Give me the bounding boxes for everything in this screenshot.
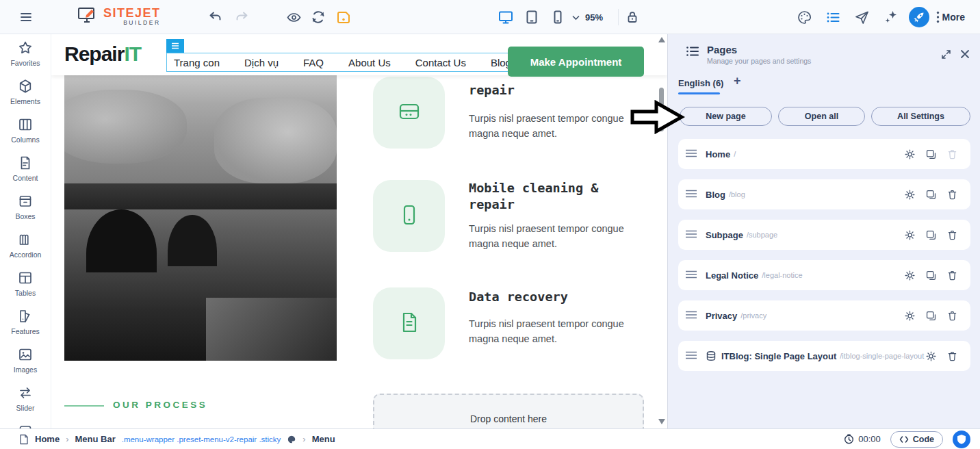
- drag-handle-icon[interactable]: [685, 148, 697, 160]
- page-settings-gear-icon[interactable]: [903, 148, 916, 160]
- delete-page-icon[interactable]: [946, 350, 958, 362]
- page-settings-gear-icon[interactable]: [925, 350, 937, 362]
- page-settings-gear-icon[interactable]: [903, 188, 916, 201]
- hero-photo[interactable]: [64, 75, 337, 361]
- breadcrumb-child[interactable]: Menu: [312, 434, 335, 444]
- nav-link[interactable]: Contact Us: [415, 57, 466, 68]
- help-badge[interactable]: [953, 431, 970, 448]
- sidebar-item-partial[interactable]: [0, 418, 51, 428]
- drag-handle-icon[interactable]: [685, 309, 697, 322]
- refresh-icon[interactable]: [307, 6, 329, 28]
- element-sidebar: Favorites Elements Columns Content Boxes…: [0, 34, 51, 428]
- zoom-control[interactable]: 95%: [572, 0, 603, 34]
- page-settings-gear-icon[interactable]: [903, 309, 916, 322]
- accordion-icon: [17, 231, 34, 248]
- sidebar-item-tables[interactable]: Tables: [0, 264, 51, 303]
- breadcrumb-css-classes[interactable]: .menu-wrapper .preset-menu-v2-repair .st…: [122, 435, 281, 444]
- scroll-down-arrow[interactable]: [658, 419, 665, 424]
- page-name[interactable]: Privacy: [706, 311, 737, 321]
- desktop-view-icon[interactable]: [495, 6, 517, 28]
- design-palette-icon[interactable]: [794, 6, 816, 28]
- ai-sparkles-icon[interactable]: [880, 6, 902, 28]
- element-style-icon[interactable]: [287, 435, 296, 444]
- delete-page-icon[interactable]: [946, 188, 958, 201]
- make-appointment-button[interactable]: Make Appointment: [508, 47, 644, 77]
- close-panel-icon[interactable]: [959, 48, 971, 60]
- page-name[interactable]: Subpage: [706, 230, 743, 240]
- rocket-badge[interactable]: [909, 7, 929, 27]
- service-title[interactable]: Mobile cleaning & repair: [469, 180, 644, 213]
- pages-list-icon[interactable]: [823, 6, 844, 28]
- site-logo[interactable]: RepairIT: [64, 42, 141, 66]
- panel-action-button[interactable]: Open all: [778, 107, 865, 126]
- page-row[interactable]: ITBlog: Single Page Layout /itblog-singl…: [678, 341, 970, 371]
- drag-handle-icon[interactable]: [685, 350, 697, 362]
- code-button[interactable]: Code: [890, 431, 943, 448]
- drag-handle-icon[interactable]: [685, 188, 697, 201]
- delete-page-icon[interactable]: [946, 148, 958, 160]
- sidebar-item-slider[interactable]: Slider: [0, 379, 51, 418]
- nav-link[interactable]: Dịch vụ: [244, 57, 279, 68]
- redo-icon[interactable]: [231, 6, 253, 28]
- drag-handle-icon[interactable]: [685, 269, 697, 281]
- page-row[interactable]: Legal Notice /legal-notice: [678, 260, 970, 290]
- page-row[interactable]: Privacy /privacy: [678, 300, 970, 331]
- page-name[interactable]: ITBlog: Single Page Layout: [721, 351, 836, 361]
- expand-panel-icon[interactable]: [940, 48, 952, 60]
- duplicate-page-icon[interactable]: [925, 269, 937, 281]
- duplicate-page-icon[interactable]: [925, 188, 937, 201]
- sidebar-item-favorites[interactable]: Favorites: [0, 34, 51, 73]
- page-settings-gear-icon[interactable]: [903, 269, 916, 281]
- undo-icon[interactable]: [205, 6, 227, 28]
- sidebar-item-accordion[interactable]: Accordion: [0, 226, 51, 264]
- save-icon[interactable]: [332, 6, 354, 28]
- tablet-view-icon[interactable]: [521, 6, 543, 28]
- delete-page-icon[interactable]: [946, 269, 958, 281]
- page-slug: /privacy: [740, 311, 766, 320]
- lock-icon[interactable]: [621, 6, 643, 28]
- main-menu-icon[interactable]: [15, 6, 37, 28]
- service-description[interactable]: Turpis nisl praesent tempor congue magna…: [469, 221, 640, 251]
- sidebar-item-images[interactable]: Images: [0, 341, 51, 379]
- nav-link[interactable]: FAQ: [303, 57, 324, 68]
- breadcrumb-home[interactable]: Home: [35, 434, 60, 444]
- sidebar-item-content[interactable]: Content: [0, 149, 51, 188]
- canvas-scrollbar[interactable]: [657, 34, 666, 428]
- sidebar-item-columns[interactable]: Columns: [0, 111, 51, 149]
- service-title[interactable]: repair: [469, 82, 515, 99]
- page-name[interactable]: Legal Notice: [706, 270, 758, 281]
- page-row[interactable]: Home /: [678, 139, 970, 169]
- service-title[interactable]: Data recovery: [469, 289, 568, 305]
- sidebar-item-elements[interactable]: Elements: [0, 73, 51, 111]
- drag-handle-icon[interactable]: [685, 229, 697, 241]
- scroll-up-arrow[interactable]: [658, 37, 665, 42]
- drop-content-zone[interactable]: Drop content here: [373, 394, 644, 428]
- panel-action-button[interactable]: New page: [680, 107, 772, 126]
- add-language-button[interactable]: +: [734, 74, 741, 88]
- mobile-view-icon[interactable]: [547, 6, 569, 28]
- tab-english[interactable]: English (6): [678, 74, 723, 94]
- preview-eye-icon[interactable]: [283, 6, 305, 28]
- page-name[interactable]: Home: [706, 149, 730, 159]
- duplicate-page-icon[interactable]: [925, 309, 937, 322]
- menu-handle-icon: [171, 42, 179, 49]
- duplicate-page-icon[interactable]: [925, 148, 937, 160]
- more-menu-button[interactable]: More: [936, 11, 965, 23]
- delete-page-icon[interactable]: [946, 229, 958, 241]
- page-row[interactable]: Blog /blog: [678, 179, 970, 209]
- selected-element-tab[interactable]: [166, 39, 184, 53]
- sidebar-item-boxes[interactable]: Boxes: [0, 188, 51, 226]
- sidebar-item-features[interactable]: Features: [0, 303, 51, 341]
- nav-link[interactable]: About Us: [348, 57, 391, 68]
- nav-link[interactable]: Trang con: [174, 57, 220, 68]
- duplicate-page-icon[interactable]: [925, 229, 937, 241]
- breadcrumb-element[interactable]: Menu Bar: [75, 434, 115, 444]
- page-settings-gear-icon[interactable]: [903, 229, 916, 241]
- service-description[interactable]: Turpis nisl praesent tempor congue magna…: [469, 316, 640, 346]
- page-row[interactable]: Subpage /subpage: [678, 220, 970, 250]
- delete-page-icon[interactable]: [946, 309, 958, 322]
- panel-action-button[interactable]: All Settings: [871, 107, 970, 126]
- page-name[interactable]: Blog: [706, 190, 725, 200]
- publish-send-icon[interactable]: [851, 6, 873, 28]
- service-description[interactable]: Turpis nisl praesent tempor congue magna…: [469, 111, 640, 141]
